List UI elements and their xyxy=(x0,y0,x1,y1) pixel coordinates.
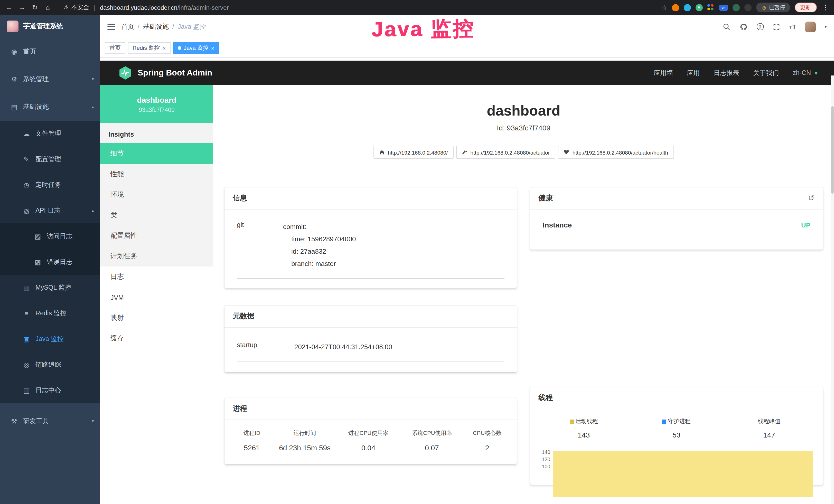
sba-item-environment[interactable]: 环境 xyxy=(100,184,213,205)
sidebar-item-java-monitor[interactable]: ▣ Java 监控 xyxy=(0,326,100,352)
tab-redis-monitor[interactable]: Redis 监控 × xyxy=(128,42,170,54)
locale-selector[interactable]: zh-CN ▼ xyxy=(793,69,818,76)
git-key: git xyxy=(237,221,283,270)
sidebar-item-file-management[interactable]: ☁ 文件管理 xyxy=(0,121,100,146)
active-tab-dot xyxy=(177,46,181,50)
sba-item-performance[interactable]: 性能 xyxy=(100,164,213,184)
info-card: 信息 git commit: time: 1596289704000 id: 2… xyxy=(224,187,517,288)
sba-item-caches[interactable]: 缓存 xyxy=(100,328,213,349)
sidebar-item-system-management[interactable]: ⚙ 系统管理 ▾ xyxy=(0,65,100,93)
tab-java-monitor[interactable]: Java 监控 × xyxy=(173,42,219,54)
sidebar-item-trace[interactable]: ◎ 链路追踪 xyxy=(0,352,100,377)
sba-item-jvm[interactable]: JVM xyxy=(100,287,213,307)
health-link[interactable]: http://192.168.0.2:48080/actuator/health xyxy=(558,146,674,159)
sba-nav-journal[interactable]: 日志报表 xyxy=(714,69,739,77)
peak-threads-value: 147 xyxy=(723,431,815,439)
blue-legend-square-icon xyxy=(662,419,666,423)
sba-item-details[interactable]: 细节 xyxy=(100,143,213,164)
app-title: 芋道管理系统 xyxy=(23,22,63,31)
sba-item-classes[interactable]: 类 xyxy=(100,205,213,225)
fullscreen-icon[interactable] xyxy=(772,23,781,31)
url-separator: | xyxy=(94,4,95,11)
breadcrumb-home[interactable]: 首页 xyxy=(121,22,134,31)
scrollbar-thumb[interactable] xyxy=(831,106,833,193)
vue-devtools-icon[interactable]: V xyxy=(695,4,702,11)
avatar-caret-icon[interactable]: ▾ xyxy=(825,24,827,29)
user-avatar[interactable] xyxy=(805,21,816,32)
gear-icon: ⚙ xyxy=(10,75,18,83)
scrollbar-track[interactable] xyxy=(830,75,834,504)
sba-nav-about[interactable]: 关于我们 xyxy=(753,69,779,77)
hamburger-icon[interactable] xyxy=(107,24,115,30)
github-icon[interactable] xyxy=(740,23,748,31)
sidebar-item-infrastructure[interactable]: ▤ 基础设施 ▴ xyxy=(0,93,100,121)
actuator-link[interactable]: http://192.168.0.2:48080/actuator xyxy=(456,146,555,159)
breadcrumb-infrastructure[interactable]: 基础设施 xyxy=(143,22,169,31)
extension-icon-2[interactable] xyxy=(683,4,691,11)
legend-live-threads: 活动线程 xyxy=(537,417,630,425)
sidebar-item-redis-monitor[interactable]: ≡ Redis 监控 xyxy=(0,300,100,326)
on-switch-extension-icon[interactable]: on xyxy=(719,4,728,10)
sidebar-item-log-center[interactable]: ▥ 日志中心 xyxy=(0,377,100,403)
instance-header[interactable]: dashboard 93a3fc7f7409 xyxy=(100,85,213,123)
sidebar-item-api-logs[interactable]: ▧ API 日志 ▴ xyxy=(0,198,100,223)
sidebar-item-access-logs[interactable]: ▨ 访问日志 xyxy=(0,223,100,249)
sidebar-item-error-logs[interactable]: ▩ 错误日志 xyxy=(0,249,100,275)
sidebar-item-scheduled-tasks[interactable]: ◷ 定时任务 xyxy=(0,172,100,198)
browser-menu-icon[interactable]: ⋮ xyxy=(822,4,829,11)
sidebar-item-dev-tools[interactable]: ⚒ 研发工具 ▾ xyxy=(0,407,100,435)
search-icon[interactable] xyxy=(723,23,731,31)
forward-icon[interactable]: → xyxy=(18,4,26,11)
col-process-cpu: 进程CPU使用率 xyxy=(336,429,400,437)
chart-plot-area xyxy=(553,449,816,485)
clock-icon: ◷ xyxy=(23,181,30,189)
instance-id: 93a3fc7f7409 xyxy=(139,107,174,113)
extension-icon-1[interactable] xyxy=(672,4,679,11)
help-icon[interactable]: ? xyxy=(756,23,764,30)
sba-nav-wallboard[interactable]: 应用墙 xyxy=(654,69,673,77)
base-url-link[interactable]: http://192.168.0.2:48080/ xyxy=(373,146,454,159)
address-bar[interactable]: dashboard.yudao.iocoder.cn/infra/admin-s… xyxy=(100,4,229,11)
tab-home[interactable]: 首页 xyxy=(105,42,125,54)
live-threads-area xyxy=(553,451,813,497)
extension-icon-3[interactable] xyxy=(732,4,740,11)
git-value: commit: time: 1596289704000 id: 27aa832 … xyxy=(283,221,356,270)
sba-item-logs[interactable]: 日志 xyxy=(100,267,213,287)
history-icon[interactable]: ↺ xyxy=(808,193,814,203)
threads-legend: 活动线程 守护进程 线程峰值 143 xyxy=(537,417,816,439)
sba-brand[interactable]: Spring Boot Admin xyxy=(138,68,212,77)
threads-card-title: 线程 xyxy=(539,393,553,403)
sba-item-scheduled-tasks[interactable]: 计划任务 xyxy=(100,246,213,267)
sba-nav-applications[interactable]: 应用 xyxy=(687,69,700,77)
val-pid: 5261 xyxy=(231,444,273,452)
mysql-icon: ▦ xyxy=(23,284,30,292)
startup-value: 2021-04-27T00:44:31.254+08:00 xyxy=(294,341,392,353)
paused-badge[interactable]: ☺ 已暂停 xyxy=(756,3,790,12)
sidebar-item-home[interactable]: ◉ 首页 xyxy=(0,38,100,65)
update-button[interactable]: 更新 xyxy=(794,3,816,12)
extension-icon-4[interactable] xyxy=(744,4,751,11)
close-icon[interactable]: × xyxy=(162,45,166,51)
annotation-java-monitor: Java 监控 xyxy=(371,15,475,44)
close-icon[interactable]: × xyxy=(211,45,215,51)
threads-card: 线程 活动线程 守护进程 xyxy=(530,387,823,485)
spring-boot-admin-logo-icon[interactable] xyxy=(119,66,132,79)
font-size-icon[interactable]: TT xyxy=(789,23,796,30)
sidebar-item-config-management[interactable]: ✎ 配置管理 xyxy=(0,146,100,172)
back-icon[interactable]: ← xyxy=(5,4,13,11)
insights-group-title: Insights xyxy=(100,123,213,143)
sidebar-item-mysql-monitor[interactable]: ▦ MySQL 监控 xyxy=(0,275,100,300)
edit-icon: ✎ xyxy=(23,155,30,163)
apps-grid-icon[interactable] xyxy=(707,4,714,11)
redis-icon: ≡ xyxy=(23,310,30,317)
security-warning-label: 不安全 xyxy=(71,4,89,11)
bookmark-star-icon[interactable]: ☆ xyxy=(661,4,667,11)
chevron-down-icon: ▾ xyxy=(92,418,94,423)
reload-icon[interactable]: ↻ xyxy=(31,4,39,11)
sba-item-config-props[interactable]: 配置属性 xyxy=(100,225,213,246)
sba-item-mappings[interactable]: 映射 xyxy=(100,307,213,328)
browser-home-icon[interactable]: ⌂ xyxy=(44,4,52,11)
security-warning[interactable]: ⚠ 不安全 xyxy=(64,4,89,11)
breadcrumb: 首页 / 基础设施 / Java 监控 xyxy=(121,22,206,31)
app-logo[interactable]: 芋道管理系统 xyxy=(0,15,100,38)
